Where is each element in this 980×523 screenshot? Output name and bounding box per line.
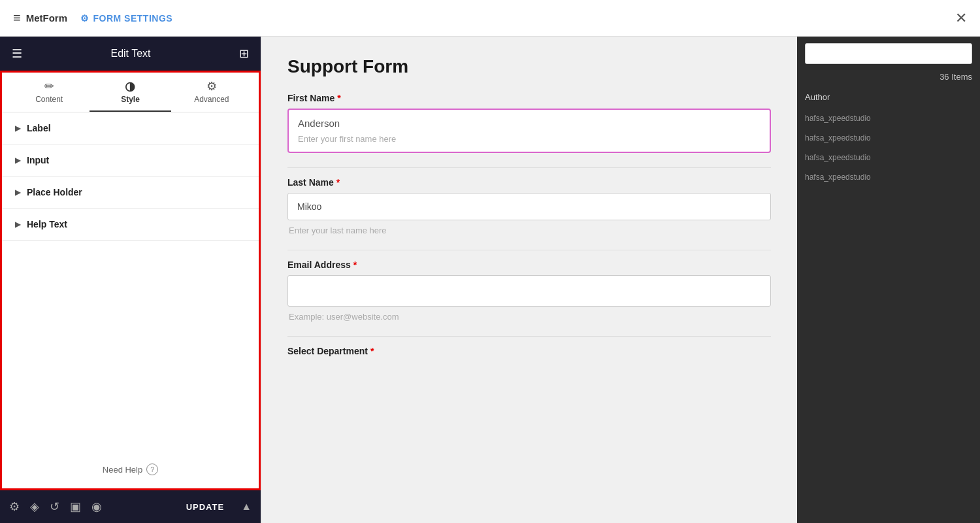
first-name-value: Anderson	[298, 118, 760, 129]
style-icon: ◑	[125, 80, 135, 92]
right-panel: 36 Items Author hafsa_xpeedstudio hafsa_…	[797, 37, 980, 523]
field-first-name: First Name * Anderson Enter your first n…	[287, 93, 771, 153]
form-settings-icon: ⚙	[80, 13, 90, 24]
separator-2	[287, 250, 771, 250]
logo: ≡ MetForm	[13, 10, 67, 25]
panel-header: ☰ Edit Text ⊞	[0, 37, 261, 71]
panel-menu-icon[interactable]: ☰	[12, 46, 22, 61]
tabs-row: ✏ Content ◑ Style ⚙ Advanced	[2, 73, 259, 112]
first-name-placeholder: Enter your first name here	[298, 134, 760, 144]
form-settings-label: FORM SETTINGS	[93, 13, 173, 24]
email-placeholder: Example: user@website.com	[287, 311, 771, 322]
accordion-input[interactable]: ▶ Input	[2, 144, 259, 177]
first-name-field-wrapper[interactable]: Anderson Enter your first name here	[287, 109, 771, 153]
right-user-3: hafsa_xpeedstudio	[805, 152, 972, 163]
tab-advanced-label: Advanced	[194, 95, 229, 104]
arrow-icon-input: ▶	[15, 156, 20, 165]
accordion-helptext[interactable]: ▶ Help Text	[2, 209, 259, 241]
arrow-icon-placeholder: ▶	[15, 188, 20, 197]
accordion-list: ▶ Label ▶ Input ▶ Place Holder ▶ Help Te…	[2, 112, 259, 450]
logo-icon: ≡	[13, 10, 21, 25]
help-circle-icon: ?	[146, 464, 158, 475]
toolbar-preview-icon[interactable]: ◉	[91, 499, 102, 514]
right-user-1: hafsa_xpeedstudio	[805, 112, 972, 124]
right-author-label: Author	[805, 90, 972, 105]
accordion-helptext-text: Help Text	[27, 219, 67, 229]
form-scroll-inner: Support Form First Name * Anderson Enter…	[261, 37, 797, 523]
field-email-label: Email Address *	[287, 260, 771, 270]
close-button[interactable]: ✕	[955, 11, 967, 25]
separator-1	[287, 167, 771, 168]
form-scroll-container: Support Form First Name * Anderson Enter…	[261, 37, 797, 523]
field-last-name-required: *	[336, 177, 340, 188]
field-department-label: Select Department *	[287, 346, 771, 356]
toolbar-history-icon[interactable]: ↺	[50, 499, 59, 514]
field-first-name-label: First Name *	[287, 93, 771, 103]
toolbar-layers-icon[interactable]: ◈	[30, 499, 39, 514]
email-input[interactable]	[287, 275, 771, 307]
content-icon: ✏	[44, 80, 54, 92]
chevron-up-icon[interactable]: ▲	[241, 501, 252, 513]
right-user-4: hafsa_xpeedstudio	[805, 171, 972, 183]
tab-advanced[interactable]: ⚙ Advanced	[171, 80, 252, 112]
tab-style-label: Style	[121, 95, 140, 104]
form-settings-button[interactable]: ⚙ FORM SETTINGS	[80, 13, 172, 24]
last-name-input[interactable]: Mikoo	[287, 193, 771, 220]
field-last-name-label: Last Name *	[287, 177, 771, 188]
accordion-label-text: Label	[27, 123, 51, 133]
panel-grid-icon[interactable]: ⊞	[239, 46, 249, 61]
bottom-toolbar: ⚙ ◈ ↺ ▣ ◉ UPDATE ▲	[0, 490, 261, 523]
left-panel: ☰ Edit Text ⊞ ✏ Content ◑ Style ⚙ Advanc…	[0, 37, 261, 523]
field-email: Email Address * Example: user@website.co…	[287, 260, 771, 322]
need-help[interactable]: Need Help ?	[2, 450, 259, 488]
field-email-required: *	[353, 260, 357, 270]
field-first-name-required: *	[337, 93, 340, 103]
right-items-count: 36 Items	[805, 72, 972, 82]
separator-3	[287, 336, 771, 337]
right-panel-content: 36 Items Author hafsa_xpeedstudio hafsa_…	[797, 37, 980, 190]
field-last-name: Last Name * Mikoo Enter your last name h…	[287, 177, 771, 235]
accordion-label[interactable]: ▶ Label	[2, 112, 259, 144]
need-help-label: Need Help	[103, 465, 142, 475]
field-department-required: *	[370, 346, 374, 356]
top-bar: ≡ MetForm ⚙ FORM SETTINGS ✕	[0, 0, 980, 37]
toolbar-responsive-icon[interactable]: ▣	[70, 499, 81, 514]
panel-title: Edit Text	[110, 48, 150, 59]
tab-content[interactable]: ✏ Content	[8, 80, 90, 112]
tab-style[interactable]: ◑ Style	[90, 80, 171, 112]
main-content: ☰ Edit Text ⊞ ✏ Content ◑ Style ⚙ Advanc…	[0, 37, 980, 523]
accordion-placeholder-text: Place Holder	[27, 187, 82, 197]
accordion-input-text: Input	[27, 155, 49, 165]
right-user-2: hafsa_xpeedstudio	[805, 132, 972, 144]
arrow-icon-helptext: ▶	[15, 220, 20, 229]
logo-text: MetForm	[26, 12, 67, 24]
toolbar-settings-icon[interactable]: ⚙	[9, 499, 20, 514]
update-button[interactable]: UPDATE	[180, 498, 231, 516]
panel-inner: ✏ Content ◑ Style ⚙ Advanced ▶ Label	[0, 71, 261, 490]
field-select-department: Select Department *	[287, 346, 771, 356]
right-search-input[interactable]	[805, 43, 972, 64]
arrow-icon-label: ▶	[15, 124, 20, 133]
accordion-placeholder[interactable]: ▶ Place Holder	[2, 177, 259, 209]
tab-content-label: Content	[35, 95, 63, 104]
advanced-icon: ⚙	[206, 80, 217, 92]
form-title: Support Form	[287, 56, 771, 77]
last-name-placeholder: Enter your last name here	[287, 224, 771, 235]
